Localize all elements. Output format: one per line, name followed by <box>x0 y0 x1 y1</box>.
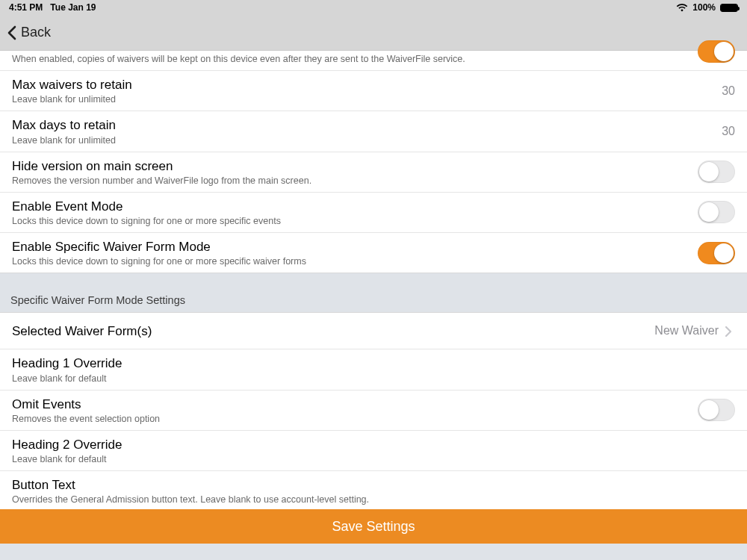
row-sub: Removes the version number and WaiverFil… <box>12 175 690 186</box>
row-selected-forms[interactable]: Selected Waiver Form(s) New Waiver <box>0 313 747 349</box>
row-value: New Waiver <box>654 324 719 337</box>
row-event-mode[interactable]: Enable Event Mode Locks this device down… <box>0 193 747 233</box>
settings-list: When enabled, copies of waivers will be … <box>0 51 747 544</box>
wifi-icon <box>676 3 688 12</box>
switch-specific-form-mode[interactable] <box>698 242 735 264</box>
nav-bar: Back <box>0 15 747 51</box>
row-heading2[interactable]: Heading 2 Override Leave blank for defau… <box>0 431 747 471</box>
status-battery-pct: 100% <box>692 2 716 13</box>
chevron-right-icon <box>725 326 735 336</box>
row-title: Heading 1 Override <box>12 355 728 371</box>
row-sub: Overrides the General Admission button t… <box>12 494 728 505</box>
row-button-text[interactable]: Button Text Overrides the General Admiss… <box>0 471 747 511</box>
row-omit-events[interactable]: Omit Events Removes the event selection … <box>0 391 747 431</box>
battery-icon <box>720 4 738 12</box>
row-title: Enable Specific Waiver Form Mode <box>12 239 690 255</box>
switch-retain-copies[interactable] <box>698 40 735 63</box>
row-hide-version[interactable]: Hide version on main screen Removes the … <box>0 152 747 193</box>
back-label: Back <box>21 25 51 40</box>
switch-hide-version[interactable] <box>698 161 735 183</box>
row-title: Max waivers to retain <box>12 77 714 93</box>
back-button[interactable]: Back <box>4 25 51 41</box>
row-specific-form-mode[interactable]: Enable Specific Waiver Form Mode Locks t… <box>0 233 747 273</box>
row-sub: Leave blank for default <box>12 454 728 464</box>
row-title: Heading 2 Override <box>12 437 728 452</box>
status-bar: 4:51 PM Tue Jan 19 100% <box>0 0 747 15</box>
row-max-waivers[interactable]: Max waivers to retain Leave blank for un… <box>0 71 747 111</box>
status-time: 4:51 PM <box>9 2 43 13</box>
row-value: 30 <box>722 125 735 138</box>
chevron-left-icon <box>4 25 21 41</box>
save-settings-label: Save Settings <box>332 519 415 535</box>
row-retain-copies[interactable]: When enabled, copies of waivers will be … <box>0 51 747 71</box>
section-header-specific-form: Specific Waiver Form Mode Settings <box>0 273 747 312</box>
row-title: Selected Waiver Form(s) <box>12 323 647 339</box>
row-value: 30 <box>722 84 735 98</box>
row-sub: When enabled, copies of waivers will be … <box>12 54 690 64</box>
save-settings-button[interactable]: Save Settings <box>0 509 747 544</box>
row-title: Omit Events <box>12 396 690 412</box>
row-sub: Removes the event selection option <box>12 414 690 424</box>
row-title: Hide version on main screen <box>12 158 690 174</box>
status-date: Tue Jan 19 <box>50 2 96 13</box>
row-sub: Locks this device down to signing for on… <box>12 216 690 226</box>
row-sub: Leave blank for unlimited <box>12 94 714 105</box>
row-max-days[interactable]: Max days to retain Leave blank for unlim… <box>0 111 747 152</box>
row-title: Max days to retain <box>12 117 714 133</box>
switch-event-mode[interactable] <box>698 201 735 223</box>
row-sub: Leave blank for unlimited <box>12 135 714 146</box>
row-title: Button Text <box>12 477 728 493</box>
row-sub: Leave blank for default <box>12 373 728 384</box>
row-title: Enable Event Mode <box>12 199 690 214</box>
row-heading1[interactable]: Heading 1 Override Leave blank for defau… <box>0 349 747 390</box>
row-sub: Locks this device down to signing for on… <box>12 256 690 267</box>
switch-omit-events[interactable] <box>698 399 735 421</box>
